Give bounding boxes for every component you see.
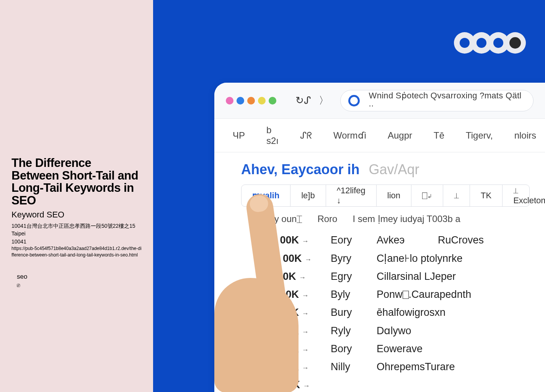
nav-tab[interactable]: Augpr — [388, 130, 412, 141]
volume-cell: 17 00K → — [266, 325, 315, 337]
traffic-lights — [226, 97, 276, 105]
cell: Egry — [331, 271, 361, 283]
content-headline: Ahev, Eaycaoor ih Gav/Aqr — [230, 162, 530, 178]
filter-cell[interactable]: ⟂ Excleton — [503, 185, 545, 206]
volume-cell: 8l 00K → — [266, 271, 315, 283]
logo-blob-icon — [504, 32, 526, 54]
filter-cell[interactable]: TK — [470, 185, 503, 206]
cell: RuCroves — [438, 234, 484, 246]
volume-cell: 1.3 00K → — [266, 253, 315, 265]
cell: Byly — [331, 289, 361, 301]
nav-tab[interactable]: b s2ı — [266, 125, 279, 146]
nav-tab[interactable]: ᔑᖇ — [300, 130, 312, 141]
cell: Nilly — [331, 361, 361, 373]
filter-bar: ɱvalih le]b ^12lifeg ↓ lion ⎕↲ ⟂ TK ⟂ Ex… — [241, 185, 530, 207]
table-row[interactable]: 32 00K →BoryEowerave — [230, 340, 530, 358]
nav-tabs: ЧР b s2ı ᔑᖇ Wormɗi Augpr Tē Tigerv, nloi… — [214, 119, 545, 152]
postcode-line: 10041 — [11, 238, 142, 245]
volume-cell: 8E 00K → — [266, 379, 315, 391]
headline-main: Ahev, Eaycaoor ih — [241, 162, 359, 177]
cell: Ponw⎕.Caurapednth — [377, 289, 471, 301]
col-header: Roro — [317, 214, 337, 224]
address-text: Wnind Sṗotech Qvsarroxing ?mats Qätl ·· — [369, 91, 525, 111]
volume-cell: 80 00K → — [266, 289, 315, 301]
nav-tab[interactable]: ЧР — [233, 130, 245, 141]
window-dot-icon[interactable] — [237, 97, 244, 105]
cell: Eory — [331, 234, 361, 246]
table-row[interactable]: 1.3 00K →ByryCḷane⊦lo ptolynrke — [230, 249, 530, 268]
keyword-table: 68 00K →EoryAvkeэRuCroves1.3 00K →ByryCḷ… — [230, 231, 530, 392]
table-row[interactable]: 80 00K →BylyPonw⎕.Caurapednth — [230, 286, 530, 304]
cell: Eowerave — [377, 343, 423, 355]
window-dot-icon[interactable] — [269, 97, 276, 105]
forward-icon[interactable]: 〉 — [319, 94, 329, 107]
nav-tab[interactable]: Tē — [434, 130, 444, 141]
window-dot-icon[interactable] — [258, 97, 266, 105]
filter-cell[interactable]: ɱvalih — [241, 185, 290, 206]
brand-logo — [459, 32, 526, 54]
cell: Cḷane⊦lo ptolynrke — [377, 252, 463, 265]
table-header: Hly oun⌶ Roro I sem ḷmey iudyaj T003b a — [230, 214, 530, 224]
page-title: The Difference Between Short-Tail andLon… — [11, 157, 142, 207]
filter-cell[interactable]: lion — [377, 185, 411, 206]
nav-tab[interactable]: Tigerv, — [466, 130, 493, 141]
window-dot-icon[interactable] — [226, 97, 233, 105]
cell: Bury — [331, 307, 361, 318]
hero-area: ↻ᔑ 〉 Wnind Sṗotech Qvsarroxing ?mats Qät… — [153, 0, 545, 392]
cell: Avkeэ — [377, 234, 423, 246]
volume-cell: 32 00K → — [266, 307, 315, 318]
filter-cell[interactable]: ⟂ — [443, 185, 470, 206]
source-url: https://pub-5c454f571b8e40a3a2aad27ade84… — [11, 245, 142, 258]
filter-cell[interactable]: ⎕↲ — [411, 185, 443, 206]
cell: OhrepemsTurare — [377, 361, 455, 373]
address-line: 10041台灣台北市中正區忠孝西路一段50號22樓之15 — [11, 222, 142, 230]
nav-tab[interactable]: nloirs — [514, 130, 536, 141]
cell: ēhalfowigrosxn — [377, 307, 445, 318]
site-identity-icon[interactable] — [348, 95, 360, 106]
volume-cell: 80 00K → — [266, 361, 315, 373]
reload-icon[interactable]: ↻ᔑ — [295, 95, 311, 106]
page-subtitle: Keyword SEO — [11, 210, 142, 220]
cell: Byry — [331, 253, 361, 265]
filter-cell[interactable]: ^12lifeg ↓ — [326, 185, 377, 206]
city-line: Taipei — [11, 230, 142, 237]
browser-window: ↻ᔑ 〉 Wnind Sṗotech Qvsarroxing ?mats Qät… — [214, 83, 545, 392]
tag-icon: ⎚ — [17, 282, 142, 288]
address-bar[interactable]: Wnind Sṗotech Qvsarroxing ?mats Qätl ·· — [340, 90, 534, 111]
window-dot-icon[interactable] — [247, 97, 255, 105]
volume-cell: 68 00K → — [266, 234, 315, 246]
table-row[interactable]: 8E 00K → — [230, 376, 530, 392]
cell: Cillarsinal LJeper — [377, 271, 456, 283]
cell: Dɑlywo — [377, 325, 411, 337]
table-row[interactable]: 8l 00K →EgryCillarsinal LJeper — [230, 268, 530, 286]
table-row[interactable]: 32 00K →Buryēhalfowigrosxn — [230, 304, 530, 322]
col-header: I sem ḷmey iudyaj T003b a — [352, 214, 460, 224]
table-row[interactable]: 68 00K →EoryAvkeэRuCroves — [230, 231, 530, 249]
cell: Bory — [331, 343, 361, 355]
headline-secondary: Gav/Aqr — [369, 162, 419, 177]
window-titlebar: ↻ᔑ 〉 Wnind Sṗotech Qvsarroxing ?mats Qät… — [214, 83, 545, 119]
col-header: Hly oun⌶ — [266, 214, 302, 224]
table-row[interactable]: 17 00K →RylyDɑlywo — [230, 322, 530, 340]
sidebar: The Difference Between Short-Tail andLon… — [0, 0, 153, 392]
nav-tab[interactable]: Wormɗi — [333, 130, 366, 141]
table-row[interactable]: 80 00K →NillyOhrepemsTurare — [230, 358, 530, 376]
tag-label: seo — [17, 273, 142, 281]
filter-cell[interactable]: le]b — [290, 185, 326, 206]
volume-cell: 32 00K → — [266, 343, 315, 355]
cell: Ryly — [331, 325, 361, 337]
